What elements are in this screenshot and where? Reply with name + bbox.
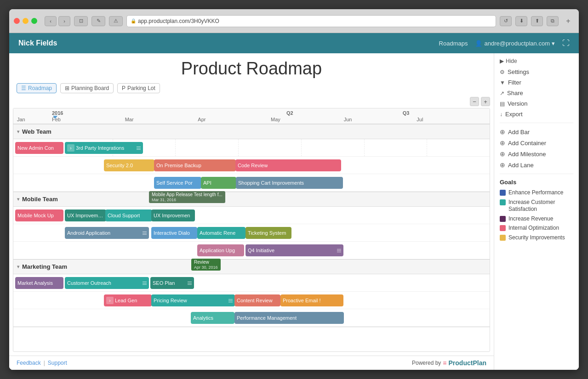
sidebar-settings[interactable]: ⚙ Settings [500, 68, 573, 76]
sidebar-add-bar[interactable]: ⊕ Add Bar [500, 128, 573, 136]
footer-links: Feedback | Support [17, 360, 67, 366]
milestone-marketing-label: Review Apr 30, 2016 [191, 259, 221, 271]
menu-q4[interactable] [337, 249, 341, 252]
sidebar-add-milestone[interactable]: ⊕ Add Milestone [500, 150, 573, 158]
zoom-controls: − + [13, 97, 490, 106]
tab-parking[interactable]: P Parking Lot [117, 83, 160, 93]
marketing-team-toggle: ▾ [17, 264, 19, 269]
back-button[interactable]: ‹ [45, 16, 57, 26]
nav-user[interactable]: 👤 andre@productplan.com ▾ [475, 40, 555, 47]
reload-button[interactable]: ↺ [500, 16, 512, 26]
planning-tab-label: Planning Board [71, 85, 109, 91]
tab-planning[interactable]: ⊞ Planning Board [60, 83, 114, 93]
sidebar-add-container[interactable]: ⊕ Add Container [500, 139, 573, 147]
lane-marketing-team-header[interactable]: ▾ Marketing Team Review Apr 30, 2016 [13, 260, 490, 274]
goal-enhance-label: Enhance Performance [508, 189, 563, 197]
menu-customer-outreach[interactable] [143, 282, 147, 285]
planning-tab-icon: ⊞ [65, 85, 69, 91]
goals-title: Goals [500, 179, 573, 186]
bar-ux-improve1[interactable]: UX Improvement [65, 209, 106, 221]
bar-proactive-email[interactable]: Proactive Email ! [280, 294, 343, 306]
bar-app-upgrade[interactable]: Application Upg [197, 244, 244, 256]
bar-pricing-review[interactable]: Pricing Review [151, 294, 235, 306]
sidebar-filter[interactable]: ▼ Filter [500, 79, 573, 86]
bar-auto-renew[interactable]: Automatic Rene [197, 227, 245, 239]
menu-android[interactable] [143, 232, 147, 235]
goal-increase-rev-label: Increase Revenue [508, 215, 553, 223]
zoom-out-button[interactable]: − [470, 97, 479, 106]
lane-mobile-team-header[interactable]: ▾ Mobile Team Mobile App Release Test le… [13, 192, 490, 207]
zoom-in-button[interactable]: + [481, 97, 490, 106]
app-logo: Nick Fields [18, 39, 57, 47]
reader-button[interactable]: ⊡ [74, 16, 88, 26]
goal-enhance-dot [500, 190, 506, 196]
expand-lead-gen[interactable]: › [106, 297, 114, 304]
bar-new-admin-con[interactable]: New Admin Con [15, 142, 63, 154]
app-header: Nick Fields Roadmaps 👤 andre@productplan… [9, 33, 579, 53]
sidebar-version[interactable]: ▤ Version [500, 100, 573, 107]
expand-3rd-party[interactable]: › [67, 144, 74, 152]
bar-mobile-mock[interactable]: Mobile Mock Up [15, 209, 63, 221]
share-button[interactable]: ⬆ [531, 16, 543, 26]
url-bar[interactable]: 🔒 app.productplan.com/3H0yVKKO [126, 15, 496, 27]
bar-security[interactable]: Security 2.0 [104, 159, 154, 171]
nav-roadmaps[interactable]: Roadmaps [439, 40, 468, 47]
menu-seo-plan[interactable] [188, 282, 192, 285]
lanes-container: ▾ Web Team [13, 124, 490, 351]
hide-button[interactable]: ▶ Hide [500, 58, 573, 64]
goal-internal: Internal Optimization [500, 225, 573, 232]
lane-web-team-header[interactable]: ▾ Web Team [13, 124, 490, 139]
mobile-row-2: Android Application Interactive [13, 224, 490, 242]
tab-roadmap[interactable]: ☰ Roadmap [17, 83, 57, 93]
support-link[interactable]: Support [48, 360, 67, 366]
bar-analytics[interactable]: Analytics [191, 312, 234, 324]
menu-pricing-review[interactable] [228, 299, 233, 302]
bar-shopping-cart[interactable]: Shopping Cart Improvements [236, 177, 343, 189]
goal-enhance: Enhance Performance [500, 189, 573, 197]
forward-button[interactable]: › [58, 16, 70, 26]
bar-content-review[interactable]: Content Review [234, 294, 280, 306]
bar-interactive[interactable]: Interactive Dialo [151, 227, 197, 239]
fullscreen-icon[interactable]: ⛶ [562, 39, 570, 47]
brand-name: ProductPlan [449, 359, 486, 367]
months-row: Jan Feb Mar Apr May Jun Jul [13, 117, 490, 122]
bar-3rd-party[interactable]: › 3rd Party Integrations [65, 142, 143, 154]
lane-web-team: ▾ Web Team [13, 124, 490, 192]
web-row-2: Security 2.0 On Premise Backup Code Revi… [13, 157, 490, 174]
bar-on-premise[interactable]: On Premise Backup [154, 159, 236, 171]
close-button[interactable] [14, 18, 20, 24]
new-tab-button[interactable]: + [562, 16, 574, 26]
menu-3rd-party[interactable] [137, 147, 141, 150]
current-indicator [53, 116, 57, 119]
bar-api[interactable]: API [201, 177, 236, 189]
roadmap-area: Product Roadmap ☰ Roadmap ⊞ Planning Boa… [9, 53, 494, 370]
bar-ticketing[interactable]: Ticketing System [245, 227, 291, 239]
bar-self-service[interactable]: Self Service Por [154, 177, 201, 189]
warning-button[interactable]: ⚠ [109, 16, 123, 26]
maximize-button[interactable] [31, 18, 37, 24]
sidebar-add-lane[interactable]: ⊕ Add Lane [500, 161, 573, 169]
download-button[interactable]: ⬇ [515, 16, 527, 26]
tabs-button[interactable]: ⧉ [547, 16, 559, 26]
bar-perf-mgmt[interactable]: Performance Management [234, 312, 344, 324]
year-label: 2016 [52, 110, 63, 116]
mobile-row-3: Application Upg Q4 Initiative [13, 242, 490, 259]
bar-q4-initiative[interactable]: Q4 Initiative [245, 244, 343, 256]
bar-lead-gen[interactable]: › Lead Gen [104, 294, 152, 306]
month-mar: Mar [125, 117, 198, 122]
feedback-link[interactable]: Feedback [17, 360, 41, 366]
bar-android[interactable]: Android Application [65, 227, 149, 239]
minimize-button[interactable] [23, 18, 29, 24]
add-lane-label: Add Lane [508, 162, 534, 169]
bar-code-review[interactable]: Code Review [235, 159, 341, 171]
bar-customer-outreach[interactable]: Customer Outreach [65, 277, 149, 289]
bar-cloud-support[interactable]: Cloud Support [105, 209, 152, 221]
pencil-button[interactable]: ✎ [91, 16, 105, 26]
bar-market-analysis[interactable]: Market Analysis [15, 277, 63, 289]
bar-seo-plan[interactable]: SEO Plan [150, 277, 194, 289]
sidebar-share[interactable]: ↗ Share [500, 89, 573, 97]
sidebar-export[interactable]: ↓ Export [500, 110, 573, 118]
goal-increase-cs-dot [500, 199, 506, 205]
bar-ux-improve2[interactable]: UX Improvemen [151, 209, 195, 221]
parking-tab-label: Parking Lot [127, 85, 155, 91]
